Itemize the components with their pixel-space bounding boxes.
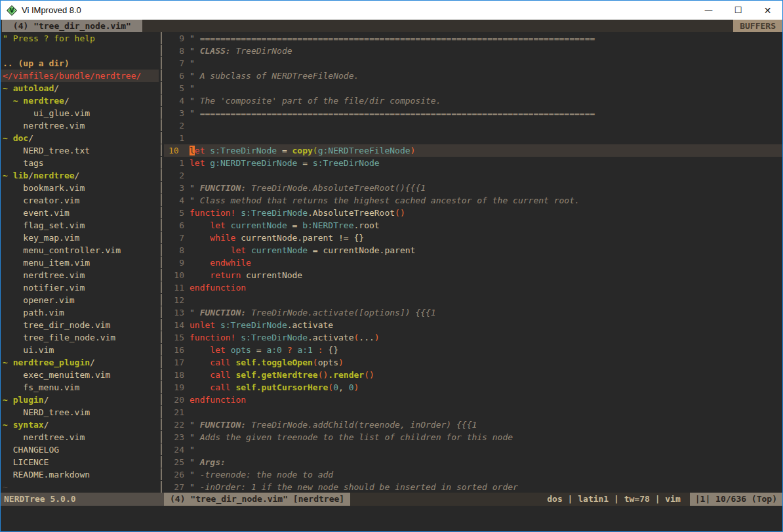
command-line[interactable] bbox=[1, 506, 782, 531]
minimize-button[interactable]: — bbox=[694, 1, 723, 20]
tree-item[interactable]: tags bbox=[1, 157, 159, 169]
code-line[interactable]: 8 let currentNode = currentNode.parent bbox=[169, 244, 782, 256]
code-line[interactable]: 12 bbox=[169, 294, 782, 306]
line-number: 13 bbox=[169, 306, 184, 319]
line-number: 10 bbox=[169, 144, 184, 157]
code-line[interactable]: 13" FUNCTION: TreeDirNode.activate([opti… bbox=[169, 306, 782, 319]
code-line[interactable]: 17 call self.toggleOpen(opts) bbox=[169, 356, 782, 369]
code-line[interactable]: 20endfunction bbox=[169, 394, 782, 406]
code-line[interactable]: 5function! s:TreeDirNode.AbsoluteTreeRoo… bbox=[169, 207, 782, 219]
tree-item[interactable]: exec_menuitem.vim bbox=[1, 369, 159, 381]
code-line[interactable]: 6 let currentNode = b:NERDTree.root bbox=[169, 219, 782, 232]
tree-item[interactable]: flag_set.vim bbox=[1, 219, 159, 232]
code-line[interactable]: 15function! s:TreeDirNode.activate(...) bbox=[169, 331, 782, 344]
tree-item[interactable]: ui_glue.vim bbox=[1, 107, 159, 119]
close-button[interactable]: ✕ bbox=[753, 1, 782, 20]
tree-item[interactable]: " Press ? for help bbox=[1, 32, 159, 45]
code-line[interactable]: 4" Class method that returns the highest… bbox=[169, 194, 782, 207]
code-line[interactable]: 22" FUNCTION: TreeDirNode.addChild(treen… bbox=[169, 419, 782, 431]
code-line[interactable]: 24" bbox=[169, 443, 782, 456]
code-line[interactable]: 18 call self.getNerdtree().render() bbox=[169, 369, 782, 381]
tab-line: (4) "tree_dir_node.vim" BUFFERS bbox=[1, 20, 782, 32]
tree-item[interactable]: fs_menu.vim bbox=[1, 381, 159, 394]
code-line[interactable]: 27" -inOrder: 1 if the new node should b… bbox=[169, 481, 782, 493]
tab-tree-dir-node[interactable]: (4) "tree_dir_node.vim" bbox=[2, 20, 142, 32]
tree-item[interactable]: CHANGELOG bbox=[1, 443, 159, 456]
tree-item[interactable]: path.vim bbox=[1, 306, 159, 319]
code-line[interactable]: 11endfunction bbox=[169, 281, 782, 294]
code-line[interactable]: 3" FUNCTION: TreeDirNode.AbsoluteTreeRoo… bbox=[169, 182, 782, 194]
tree-item[interactable]: notifier.vim bbox=[1, 281, 159, 294]
tree-item[interactable]: ~ nerdtree_plugin/ bbox=[1, 356, 159, 369]
tree-item[interactable]: opener.vim bbox=[1, 294, 159, 306]
tree-item[interactable]: ~ nerdtree/ bbox=[1, 94, 159, 107]
code-line[interactable]: 9" =====================================… bbox=[169, 32, 782, 45]
line-number: 21 bbox=[169, 406, 184, 419]
tree-item[interactable]: ~ bbox=[1, 481, 159, 493]
line-number: 23 bbox=[169, 431, 184, 443]
tree-item[interactable]: .. (up a dir) bbox=[1, 57, 159, 70]
code-line[interactable]: 1 bbox=[169, 132, 782, 144]
code-line[interactable]: 26" -treenode: the node to add bbox=[169, 468, 782, 481]
code-line[interactable]: 19 call self.putCursorHere(0, 0) bbox=[169, 381, 782, 394]
statusline-nerdtree-segment: NERDTree 5.0.0 bbox=[1, 493, 164, 506]
code-line[interactable]: 2 bbox=[169, 119, 782, 132]
tree-item[interactable]: key_map.vim bbox=[1, 232, 159, 244]
tree-item[interactable] bbox=[1, 45, 159, 57]
line-number: 7 bbox=[169, 57, 184, 70]
code-line[interactable]: 4" The 'composite' part of the file/dir … bbox=[169, 94, 782, 107]
code-line[interactable]: 10 return currentNode bbox=[169, 269, 782, 281]
code-line[interactable]: 16 let opts = a:0 ? a:1 : {} bbox=[169, 344, 782, 356]
tree-item[interactable]: event.vim bbox=[1, 207, 159, 219]
tree-item[interactable]: README.markdown bbox=[1, 468, 159, 481]
tree-item[interactable]: creator.vim bbox=[1, 194, 159, 207]
line-number: 6 bbox=[169, 70, 184, 82]
tree-item[interactable]: nerdtree.vim bbox=[1, 431, 159, 443]
line-number: 2 bbox=[169, 119, 184, 132]
line-number: 1 bbox=[169, 157, 184, 169]
tree-item[interactable]: ~ syntax/ bbox=[1, 419, 159, 431]
code-line[interactable]: 7 while currentNode.parent != {} bbox=[169, 232, 782, 244]
line-number: 27 bbox=[169, 481, 184, 493]
code-line[interactable]: 14unlet s:TreeDirNode.activate bbox=[169, 319, 782, 331]
tree-item[interactable]: tree_dir_node.vim bbox=[1, 319, 159, 331]
tree-item[interactable]: ~ lib/nerdtree/ bbox=[1, 169, 159, 182]
vim-logo-icon: V bbox=[7, 5, 17, 16]
line-number: 20 bbox=[169, 394, 184, 406]
code-line[interactable]: 1let g:NERDTreeDirNode = s:TreeDirNode bbox=[169, 157, 782, 169]
title-bar: V Vi IMproved 8.0 — ☐ ✕ bbox=[1, 1, 782, 20]
code-line[interactable]: 2 bbox=[169, 169, 782, 182]
code-line[interactable]: 6" A subclass of NERDTreeFileNode. bbox=[169, 70, 782, 82]
tree-item[interactable]: menu_controller.vim bbox=[1, 244, 159, 256]
maximize-button[interactable]: ☐ bbox=[723, 1, 753, 20]
line-number: 14 bbox=[169, 319, 184, 331]
line-number: 8 bbox=[169, 45, 184, 57]
code-line[interactable]: 3" =====================================… bbox=[169, 107, 782, 119]
tree-item[interactable]: bookmark.vim bbox=[1, 182, 159, 194]
tree-item[interactable]: tree_file_node.vim bbox=[1, 331, 159, 344]
tree-item[interactable]: ui.vim bbox=[1, 344, 159, 356]
tree-item-root-selected[interactable]: </vimfiles/bundle/nerdtree/ bbox=[1, 70, 159, 82]
tree-item[interactable]: ~ doc/ bbox=[1, 132, 159, 144]
window-separator[interactable] bbox=[159, 32, 164, 493]
tree-item[interactable]: ~ autoload/ bbox=[1, 82, 159, 94]
vim-window: V Vi IMproved 8.0 — ☐ ✕ (4) "tree_dir_no… bbox=[0, 0, 783, 532]
code-line[interactable]: 25" Args: bbox=[169, 456, 782, 468]
code-line[interactable]: 8" CLASS: TreeDirNode bbox=[169, 45, 782, 57]
code-line[interactable]: 9 endwhile bbox=[169, 256, 782, 269]
tree-item[interactable]: nerdtree.vim bbox=[1, 269, 159, 281]
tree-item[interactable]: NERD_tree.vim bbox=[1, 406, 159, 419]
tree-item[interactable]: LICENCE bbox=[1, 456, 159, 468]
code-line[interactable]: 7" bbox=[169, 57, 782, 70]
tree-item[interactable]: ~ plugin/ bbox=[1, 394, 159, 406]
line-number: 2 bbox=[169, 169, 184, 182]
line-number: 1 bbox=[169, 132, 184, 144]
line-number: 5 bbox=[169, 207, 184, 219]
code-line[interactable]: 21 bbox=[169, 406, 782, 419]
code-line[interactable]: 5" bbox=[169, 82, 782, 94]
code-line[interactable]: 23" Adds the given treenode to the list … bbox=[169, 431, 782, 443]
tree-item[interactable]: NERD_tree.txt bbox=[1, 144, 159, 157]
code-line-current[interactable]: 10let s:TreeDirNode = copy(g:NERDTreeFil… bbox=[164, 144, 782, 157]
tree-item[interactable]: nerdtree.vim bbox=[1, 119, 159, 132]
tree-item[interactable]: menu_item.vim bbox=[1, 256, 159, 269]
